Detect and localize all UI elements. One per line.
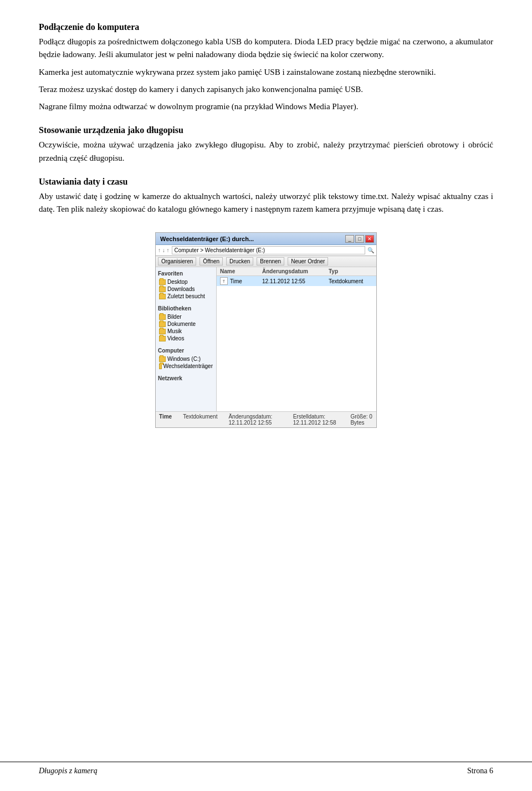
win-sidebar-item-windows[interactable]: Windows (C:) — [158, 355, 214, 363]
para-connection-2: Kamerka jest automatycznie wykrywana prz… — [39, 66, 493, 79]
para-pen-use-1: Oczywiście, można używać urządzenia jako… — [39, 139, 493, 165]
folder-icon — [159, 279, 166, 285]
windows-explorer-screenshot: Wechseldatenträger (E:) durch... _ □ ✕ ↑… — [155, 232, 377, 428]
win-titlebar: Wechseldatenträger (E:) durch... _ □ ✕ — [156, 233, 376, 245]
win-main: Name Änderungsdatum Typ T Time 12.11.201… — [217, 267, 376, 411]
win-search-icon: 🔍 — [367, 247, 374, 253]
win-file-type-text: Textdokument — [329, 278, 373, 284]
win-addressbar-label: ↑ ↓ ↑ — [158, 247, 170, 253]
win-status-modified: Änderungsdatum: 12.11.2012 12:55 — [228, 414, 282, 426]
folder-icon — [159, 336, 166, 341]
win-sidebar-item-desktop[interactable]: Desktop — [158, 278, 214, 285]
heading-pen-use: Stosowanie urządzenia jako długopisu — [39, 125, 493, 135]
folder-icon — [159, 287, 166, 292]
win-sidebar-item-bilder[interactable]: Bilder — [158, 313, 214, 320]
win-libraries-section: Bibliotheken Bilder Dokumente Musik — [158, 305, 214, 342]
win-file-name-text: Time — [230, 278, 242, 284]
win-toolbar-btn-4[interactable]: Neuer Ordner — [288, 257, 328, 266]
section-pen-use: Stosowanie urządzenia jako długopisu Ocz… — [39, 125, 493, 165]
win-sidebar-item-musik[interactable]: Musik — [158, 328, 214, 335]
win-sidebar-desktop-label: Desktop — [167, 279, 188, 285]
para-connection-1: Podłącz długopis za pośrednictwem dołącz… — [39, 35, 493, 62]
win-maximize-button[interactable]: □ — [355, 235, 364, 243]
footer-title: Długopis z kamerą — [39, 767, 98, 775]
win-sidebar-videos-label: Videos — [167, 335, 184, 341]
win-sidebar-recent-label: Zuletzt besucht — [167, 293, 205, 299]
win-toolbar-btn-0[interactable]: Organisieren — [158, 257, 196, 266]
page-footer: Długopis z kamerą Strona 6 — [0, 762, 532, 780]
win-addressbar: ↑ ↓ ↑ Computer > Wechseldatenträger (E:)… — [156, 245, 376, 256]
win-file-date-text: 12.11.2012 12:55 — [262, 278, 329, 284]
win-column-header: Name Änderungsdatum Typ — [217, 267, 376, 276]
folder-icon — [159, 294, 166, 299]
win-sidebar-downloads-label: Downloads — [167, 286, 195, 292]
win-network-label: Netzwerk — [158, 375, 214, 381]
page-container: Podłączenie do komputera Podłącz długopi… — [0, 0, 532, 791]
win-favorites-label: Favoriten — [158, 271, 214, 277]
para-connection-3: Teraz możesz uzyskać dostęp do kamery i … — [39, 83, 493, 96]
win-network-section: Netzwerk — [158, 375, 214, 381]
win-title-text: Wechseldatenträger (E:) durch... — [160, 236, 254, 242]
win-sidebar: Favoriten Desktop Downloads Zuletzt besu… — [156, 267, 217, 411]
win-addressbar-path[interactable]: Computer > Wechseldatenträger (E:) — [172, 246, 365, 254]
win-titlebar-buttons: _ □ ✕ — [345, 235, 374, 243]
folder-icon — [159, 364, 162, 369]
screenshot-container: Wechseldatenträger (E:) durch... _ □ ✕ ↑… — [39, 232, 493, 428]
folder-icon — [159, 314, 166, 320]
win-status-name: Time — [159, 414, 172, 426]
win-toolbar-btn-2[interactable]: Drucken — [226, 257, 253, 266]
section-connection: Podłączenie do komputera Podłącz długopi… — [39, 22, 493, 113]
footer-page-number: Strona 6 — [467, 767, 493, 775]
folder-icon — [159, 356, 166, 362]
win-sidebar-item-videos[interactable]: Videos — [158, 335, 214, 342]
folder-icon — [159, 329, 166, 334]
win-computer-label: Computer — [158, 348, 214, 354]
win-computer-section: Computer Windows (C:) Wechseldatenträger — [158, 348, 214, 370]
win-status-size: Größe: 0 Bytes — [350, 414, 373, 426]
win-sidebar-item-wechsel[interactable]: Wechseldatenträger — [158, 363, 214, 370]
win-toolbar-btn-3[interactable]: Brennen — [257, 257, 284, 266]
win-col-date: Änderungsdatum — [262, 268, 329, 274]
win-favorites-section: Favoriten Desktop Downloads Zuletzt besu… — [158, 271, 214, 300]
win-close-button[interactable]: ✕ — [365, 235, 374, 243]
win-toolbar-btn-1[interactable]: Öffnen — [200, 257, 223, 266]
win-sidebar-item-recent[interactable]: Zuletzt besucht — [158, 293, 214, 300]
win-sidebar-dokumente-label: Dokumente — [167, 321, 196, 327]
section-datetime: Ustawiania daty i czasu Aby ustawić datę… — [39, 177, 493, 216]
win-file-name-cell: T Time — [220, 277, 262, 285]
win-libraries-label: Bibliotheken — [158, 305, 214, 312]
win-statusbar: Time Textdokument Änderungsdatum: 12.11.… — [156, 411, 376, 427]
win-file-icon: T — [220, 277, 228, 285]
para-connection-4: Nagrane filmy można odtwarzać w dowolnym… — [39, 100, 493, 113]
win-sidebar-wechsel-label: Wechseldatenträger — [163, 363, 213, 369]
folder-icon — [159, 321, 166, 327]
para-datetime-1: Aby ustawić datę i godzinę w kamerze do … — [39, 190, 493, 216]
win-sidebar-musik-label: Musik — [167, 328, 182, 334]
win-file-row[interactable]: T Time 12.11.2012 12:55 Textdokument — [217, 276, 376, 286]
win-col-name: Name — [220, 268, 262, 274]
win-sidebar-item-dokumente[interactable]: Dokumente — [158, 320, 214, 328]
heading-datetime: Ustawiania daty i czasu — [39, 177, 493, 187]
win-sidebar-item-downloads[interactable]: Downloads — [158, 285, 214, 293]
win-sidebar-windows-label: Windows (C:) — [167, 356, 201, 362]
heading-connection: Podłączenie do komputera — [39, 22, 493, 32]
win-col-type: Typ — [329, 268, 373, 274]
win-sidebar-bilder-label: Bilder — [167, 314, 182, 320]
win-body: Favoriten Desktop Downloads Zuletzt besu… — [156, 267, 376, 411]
win-status-type: Textdokument — [183, 414, 217, 426]
win-toolbar: Organisieren Öffnen Drucken Brennen Neue… — [156, 256, 376, 267]
win-minimize-button[interactable]: _ — [345, 235, 354, 243]
win-status-created: Erstelldatum: 12.11.2012 12:58 — [293, 414, 340, 426]
